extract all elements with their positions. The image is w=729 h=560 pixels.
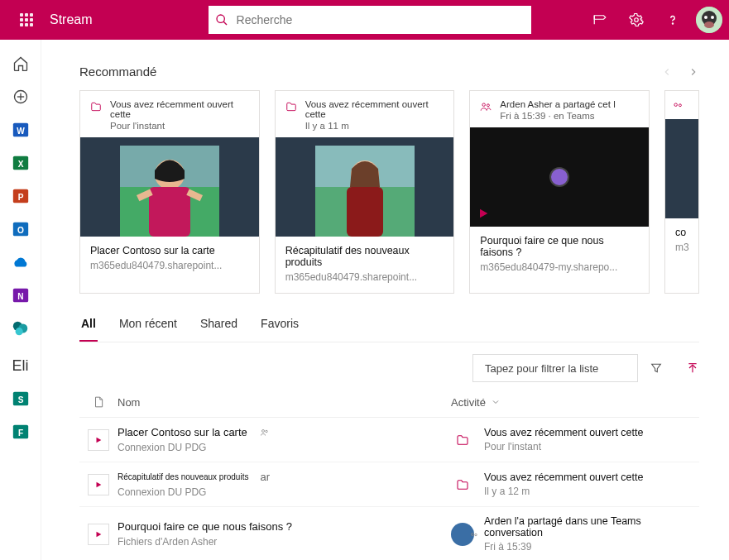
app-name[interactable]: Stream bbox=[50, 12, 93, 27]
row-sub: Connexion DU PDG bbox=[118, 486, 451, 498]
play-icon bbox=[477, 207, 490, 220]
card-time: Il y a 11 m bbox=[305, 121, 444, 131]
search-box[interactable] bbox=[209, 6, 531, 34]
row-activity: Arden l'a partagé dans une Teams convers… bbox=[484, 515, 699, 538]
col-activity[interactable]: Activité bbox=[451, 396, 699, 409]
app-launcher[interactable] bbox=[7, 0, 46, 40]
table-row[interactable]: Pourquoi faire ce que nous faisons ? Fic… bbox=[79, 507, 699, 560]
card-title: Pourquoi faire ce que nous faisons ? bbox=[480, 235, 639, 258]
content-tabs: All Mon récent Shared Favoris bbox=[79, 317, 699, 342]
app-header: Stream bbox=[0, 0, 729, 40]
avatar-icon bbox=[451, 523, 474, 546]
play-button[interactable] bbox=[88, 429, 109, 451]
svg-text:F: F bbox=[17, 428, 22, 438]
filter-placeholder: Tapez pour filtrer la liste bbox=[485, 362, 598, 375]
row-extra: ar bbox=[260, 471, 270, 483]
rail-onedrive[interactable] bbox=[12, 253, 30, 271]
row-name: Pourquoi faire ce que nous faisons ? bbox=[118, 520, 292, 533]
folder-icon bbox=[451, 473, 474, 496]
premium-button[interactable] bbox=[583, 3, 616, 36]
tab-favorites[interactable]: Favoris bbox=[259, 317, 300, 342]
tab-shared[interactable]: Shared bbox=[199, 317, 239, 342]
rail-forms[interactable]: F bbox=[12, 423, 30, 441]
svg-rect-38 bbox=[347, 187, 383, 237]
video-thumbnail bbox=[80, 137, 259, 237]
video-thumbnail bbox=[665, 119, 698, 218]
filter-icon[interactable] bbox=[650, 361, 663, 375]
svg-rect-32 bbox=[149, 187, 190, 237]
recommended-card[interactable]: Vous avez récemment ouvert cette Il y a … bbox=[275, 90, 455, 294]
rail-sway[interactable]: S bbox=[12, 390, 30, 408]
account-avatar[interactable] bbox=[696, 7, 722, 33]
svg-point-43 bbox=[679, 104, 681, 107]
card-source: m3 bbox=[675, 242, 688, 253]
svg-point-7 bbox=[711, 16, 714, 19]
doc-icon-header bbox=[79, 395, 118, 409]
svg-text:X: X bbox=[17, 160, 23, 169]
svg-point-8 bbox=[704, 22, 714, 28]
folder-icon bbox=[285, 101, 297, 131]
upload-icon[interactable] bbox=[686, 361, 699, 375]
card-reason: Vous avez récemment ouvert cette bbox=[305, 99, 444, 119]
table-header: Nom Activité bbox=[79, 390, 699, 418]
svg-text:P: P bbox=[17, 193, 23, 202]
card-title: Récapitulatif des nouveaux produits bbox=[285, 245, 444, 268]
rail-home[interactable] bbox=[12, 55, 30, 73]
row-activity-time: Fri à 15:39 bbox=[484, 541, 699, 553]
svg-point-48 bbox=[266, 430, 268, 433]
card-source: m365edu840479.sharepoint... bbox=[90, 260, 249, 271]
recommended-title: Recommandé bbox=[79, 65, 156, 79]
table-row[interactable]: Récapitulatif des nouveaux produitsar Co… bbox=[79, 462, 699, 507]
carousel-next[interactable] bbox=[688, 66, 699, 78]
rail-create[interactable] bbox=[12, 88, 30, 106]
help-button[interactable] bbox=[656, 3, 689, 36]
card-source: m365edu840479.sharepoint... bbox=[285, 271, 444, 283]
play-button[interactable] bbox=[88, 524, 109, 545]
settings-button[interactable] bbox=[620, 3, 653, 36]
col-name[interactable]: Nom bbox=[118, 396, 451, 409]
filter-field[interactable]: Tapez pour filtrer la liste bbox=[472, 354, 638, 382]
svg-point-42 bbox=[674, 103, 678, 107]
svg-point-40 bbox=[487, 104, 490, 107]
tab-all[interactable]: All bbox=[79, 317, 98, 342]
app-rail: W X P O N Eli S F bbox=[0, 40, 41, 560]
rail-word[interactable]: W bbox=[12, 121, 30, 139]
row-name: Placer Contoso sur la carte bbox=[118, 426, 247, 438]
svg-point-51 bbox=[472, 533, 474, 535]
svg-point-47 bbox=[261, 429, 264, 432]
svg-line-1 bbox=[223, 22, 227, 25]
search-input[interactable] bbox=[237, 13, 525, 26]
svg-point-2 bbox=[635, 18, 639, 22]
main-content: Recommandé Vous avez récemment ouvert ce… bbox=[41, 40, 729, 560]
recommended-card[interactable]: Arden Asher a partagé cet l Fri à 15:39 … bbox=[469, 90, 650, 294]
svg-marker-41 bbox=[480, 209, 487, 218]
svg-point-52 bbox=[475, 534, 477, 536]
card-source: m365edu840479-my.sharepo... bbox=[480, 261, 639, 273]
rail-text: Eli bbox=[12, 357, 28, 375]
video-thumbnail bbox=[276, 137, 454, 237]
video-thumbnail bbox=[470, 127, 649, 227]
card-reason: Arden Asher a partagé cet l bbox=[500, 99, 615, 109]
waffle-icon bbox=[20, 13, 33, 26]
svg-text:S: S bbox=[17, 395, 23, 404]
svg-point-24 bbox=[15, 328, 22, 335]
recommended-card[interactable]: Vous avez récemment ouvert cette Pour l'… bbox=[79, 90, 260, 294]
rail-powerpoint[interactable]: P bbox=[12, 187, 30, 205]
recommended-card[interactable]: co m3 bbox=[664, 90, 699, 294]
svg-point-0 bbox=[217, 15, 224, 22]
play-button[interactable] bbox=[88, 474, 109, 495]
rail-sharepoint[interactable] bbox=[12, 319, 30, 337]
rail-onenote[interactable]: N bbox=[12, 286, 30, 304]
row-name: Récapitulatif des nouveaux produits bbox=[118, 472, 248, 481]
carousel-prev[interactable] bbox=[661, 66, 673, 78]
rail-excel[interactable]: X bbox=[12, 154, 30, 172]
rail-outlook[interactable]: O bbox=[12, 220, 30, 238]
row-activity: Vous avez récemment ouvert cette bbox=[484, 471, 643, 483]
svg-point-39 bbox=[482, 103, 486, 107]
table-row[interactable]: Placer Contoso sur la carte Connexion DU… bbox=[79, 418, 699, 462]
svg-point-6 bbox=[704, 16, 707, 19]
people-icon bbox=[480, 101, 492, 121]
card-title: Placer Contoso sur la carte bbox=[90, 245, 249, 256]
search-container bbox=[209, 6, 531, 34]
tab-recent[interactable]: Mon récent bbox=[118, 317, 179, 342]
